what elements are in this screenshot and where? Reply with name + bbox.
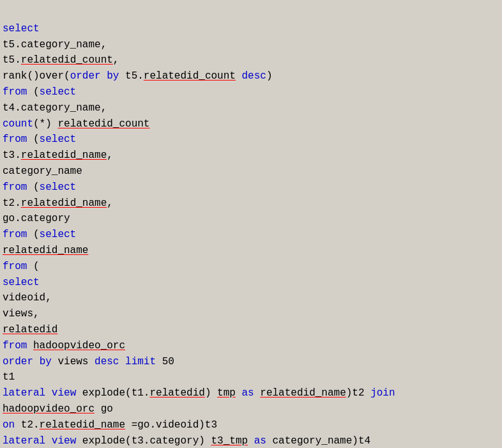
line-5: from (select — [3, 86, 76, 98]
line-23: t1 — [3, 371, 15, 383]
line-24: lateral view explode(t1.relatedid) tmp a… — [3, 387, 395, 399]
line-27: lateral view explode(t3.category) t3_tmp… — [3, 435, 370, 447]
line-19: views, — [3, 308, 40, 320]
line-9: t3.relatedid_name, — [3, 150, 113, 161]
line-4: rank()over(order by t5.relatedid_count d… — [3, 70, 273, 82]
line-14: from (select — [3, 229, 76, 240]
line-2: t5.category_name, — [3, 39, 107, 50]
line-17: select — [3, 277, 40, 288]
line-1: select — [3, 23, 40, 35]
line-26: on t2.relatedid_name =go.videoid)t3 — [3, 419, 217, 431]
line-7: count(*) relatedid_count — [3, 118, 149, 130]
line-10: category_name — [3, 166, 82, 177]
line-25: hadoopvideo_orc go — [3, 403, 113, 415]
line-13: go.category — [3, 213, 70, 224]
line-12: t2.relatedid_name, — [3, 197, 113, 209]
line-20: relatedid — [3, 324, 57, 336]
line-18: videoid, — [3, 292, 52, 304]
code-editor: select t5.category_name, t5.relatedid_co… — [0, 0, 502, 448]
line-3: t5.relatedid_count, — [3, 54, 119, 66]
line-21: from hadoopvideo_orc — [3, 340, 125, 351]
line-16: from ( — [3, 261, 40, 272]
line-6: t4.category_name, — [3, 102, 107, 114]
line-22: order by views desc limit 50 — [3, 356, 174, 367]
line-8: from (select — [3, 134, 76, 145]
line-15: relatedid_name — [3, 245, 88, 256]
line-11: from (select — [3, 182, 76, 193]
